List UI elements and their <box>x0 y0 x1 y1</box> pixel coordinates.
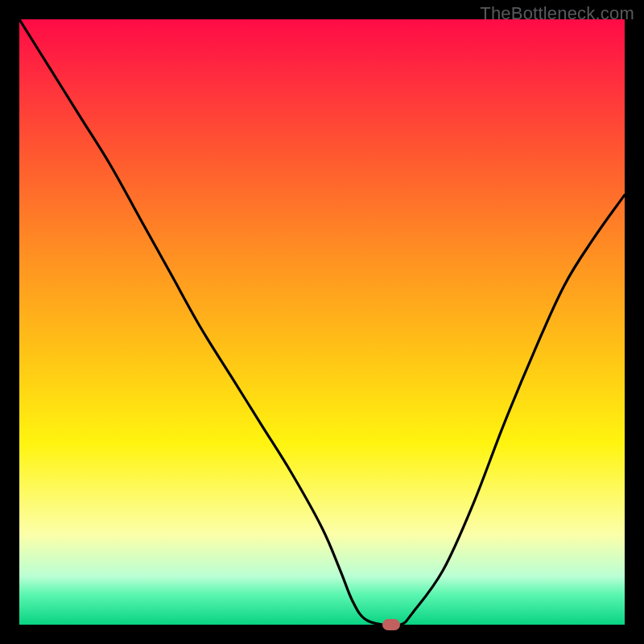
plot-area <box>19 19 625 625</box>
chart-frame: TheBottleneck.com <box>0 0 644 644</box>
bottleneck-curve <box>19 19 625 625</box>
optimal-point-marker <box>382 619 400 630</box>
